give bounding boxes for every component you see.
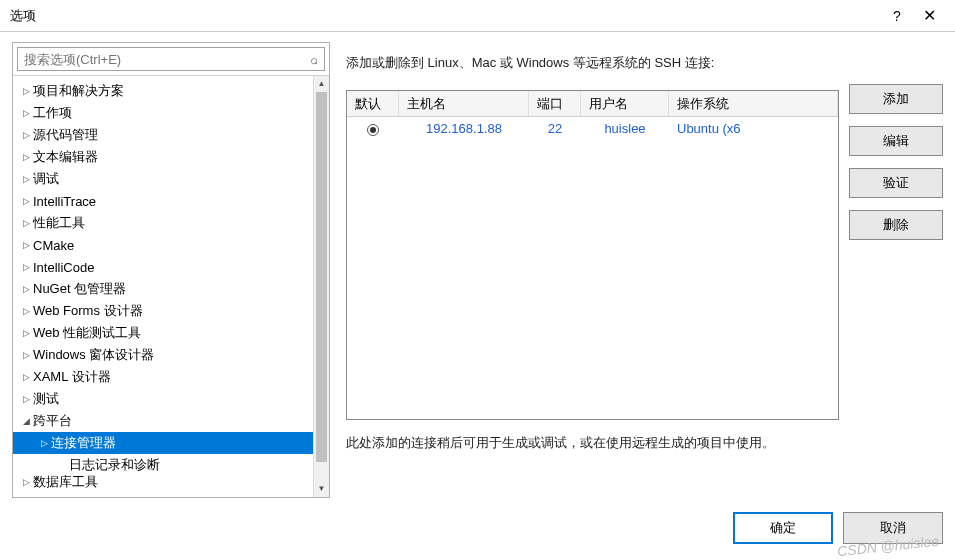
tree-item-label: 文本编辑器 — [33, 148, 98, 166]
tree-item-label: 项目和解决方案 — [33, 82, 124, 100]
table-row[interactable]: 192.168.1.88 22 huislee Ubuntu (x6 — [347, 117, 838, 143]
tree-item[interactable]: ▷工作项 — [13, 102, 329, 124]
tree-item[interactable]: ▷测试 — [13, 388, 329, 410]
scroll-up-icon[interactable]: ▲ — [314, 76, 329, 92]
tree-item-label: Web Forms 设计器 — [33, 302, 143, 320]
default-radio[interactable] — [347, 117, 399, 143]
tree-item[interactable]: ▷性能工具 — [13, 212, 329, 234]
chevron-right-icon: ▷ — [19, 240, 33, 250]
chevron-right-icon: ▷ — [19, 174, 33, 184]
tree-item[interactable]: ▷文本编辑器 — [13, 146, 329, 168]
col-default[interactable]: 默认 — [347, 91, 399, 116]
scroll-thumb[interactable] — [316, 92, 327, 462]
scrollbar[interactable]: ▲ ▼ — [313, 76, 329, 497]
tree-item[interactable]: ▷连接管理器 — [13, 432, 329, 454]
chevron-right-icon: ▷ — [19, 86, 33, 96]
delete-button[interactable]: 删除 — [849, 210, 943, 240]
chevron-down-icon: ◢ — [19, 416, 33, 426]
help-button[interactable]: ? — [881, 8, 913, 24]
search-box[interactable]: ⌕ — [17, 47, 325, 71]
tree-item-label: 跨平台 — [33, 412, 72, 430]
tree-item-label: NuGet 包管理器 — [33, 280, 126, 298]
col-host[interactable]: 主机名 — [399, 91, 529, 116]
description-bottom: 此处添加的连接稍后可用于生成或调试，或在使用远程生成的项目中使用。 — [346, 434, 839, 452]
footer: 确定 取消 — [0, 504, 955, 552]
tree-item[interactable]: ▷Web 性能测试工具 — [13, 322, 329, 344]
tree-item[interactable]: ▷数据库工具 — [13, 476, 329, 487]
chevron-right-icon: ▷ — [19, 262, 33, 272]
tree-item[interactable]: ▷Windows 窗体设计器 — [13, 344, 329, 366]
tree-item-label: XAML 设计器 — [33, 368, 111, 386]
tree-item-label: IntelliCode — [33, 260, 94, 275]
search-icon: ⌕ — [310, 52, 318, 67]
tree-item[interactable]: ▷NuGet 包管理器 — [13, 278, 329, 300]
tree-item[interactable]: ▷项目和解决方案 — [13, 80, 329, 102]
cancel-button[interactable]: 取消 — [843, 512, 943, 544]
cell-os: Ubuntu (x6 — [669, 117, 838, 143]
main-panel: 添加或删除到 Linux、Mac 或 Windows 等远程系统的 SSH 连接… — [346, 54, 839, 498]
titlebar: 选项 ? ✕ — [0, 0, 955, 32]
chevron-right-icon: ▷ — [19, 394, 33, 404]
add-button[interactable]: 添加 — [849, 84, 943, 114]
tree-item[interactable]: ▷调试 — [13, 168, 329, 190]
options-tree: ▷项目和解决方案▷工作项▷源代码管理▷文本编辑器▷调试▷IntelliTrace… — [13, 76, 329, 497]
chevron-right-icon: ▷ — [19, 284, 33, 294]
description-top: 添加或删除到 Linux、Mac 或 Windows 等远程系统的 SSH 连接… — [346, 54, 839, 72]
col-port[interactable]: 端口 — [529, 91, 581, 116]
tree-item[interactable]: ▷IntelliCode — [13, 256, 329, 278]
tree-item-label: 源代码管理 — [33, 126, 98, 144]
chevron-right-icon: ▷ — [19, 477, 33, 487]
action-buttons: 添加 编辑 验证 删除 — [849, 54, 943, 498]
tree-item-label: Web 性能测试工具 — [33, 324, 141, 342]
connections-table: 默认 主机名 端口 用户名 操作系统 192.168.1.88 22 huisl… — [346, 90, 839, 420]
tree-item-label: 测试 — [33, 390, 59, 408]
cell-host: 192.168.1.88 — [399, 117, 529, 143]
cell-user: huislee — [581, 117, 669, 143]
close-button[interactable]: ✕ — [913, 6, 945, 25]
tree-item[interactable]: ▷CMake — [13, 234, 329, 256]
chevron-right-icon: ▷ — [19, 152, 33, 162]
tree-item-label: IntelliTrace — [33, 194, 96, 209]
tree-item[interactable]: ▷源代码管理 — [13, 124, 329, 146]
tree-item-label: 数据库工具 — [33, 473, 98, 491]
tree-item-label: 性能工具 — [33, 214, 85, 232]
ok-button[interactable]: 确定 — [733, 512, 833, 544]
tree-item-label: Windows 窗体设计器 — [33, 346, 154, 364]
tree-item-label: 日志记录和诊断 — [69, 456, 160, 474]
chevron-right-icon: ▷ — [19, 306, 33, 316]
scroll-down-icon[interactable]: ▼ — [314, 481, 329, 497]
verify-button[interactable]: 验证 — [849, 168, 943, 198]
search-input[interactable] — [24, 52, 310, 67]
chevron-right-icon: ▷ — [19, 108, 33, 118]
chevron-right-icon: ▷ — [19, 350, 33, 360]
chevron-right-icon: ▷ — [19, 328, 33, 338]
sidebar: ⌕ ▷项目和解决方案▷工作项▷源代码管理▷文本编辑器▷调试▷IntelliTra… — [12, 42, 330, 498]
tree-item-label: 调试 — [33, 170, 59, 188]
tree-item[interactable]: ▷IntelliTrace — [13, 190, 329, 212]
tree-item-label: 工作项 — [33, 104, 72, 122]
tree-item-label: CMake — [33, 238, 74, 253]
edit-button[interactable]: 编辑 — [849, 126, 943, 156]
tree-item[interactable]: ▷Web Forms 设计器 — [13, 300, 329, 322]
col-os[interactable]: 操作系统 — [669, 91, 838, 116]
cell-port: 22 — [529, 117, 581, 143]
window-title: 选项 — [10, 7, 36, 25]
chevron-right-icon: ▷ — [19, 196, 33, 206]
table-header: 默认 主机名 端口 用户名 操作系统 — [347, 91, 838, 117]
tree-item[interactable]: ◢跨平台 — [13, 410, 329, 432]
tree-item[interactable]: ▷XAML 设计器 — [13, 366, 329, 388]
tree-item-label: 连接管理器 — [51, 434, 116, 452]
col-user[interactable]: 用户名 — [581, 91, 669, 116]
chevron-right-icon: ▷ — [19, 130, 33, 140]
chevron-right-icon: ▷ — [19, 218, 33, 228]
chevron-right-icon: ▷ — [37, 438, 51, 448]
chevron-right-icon: ▷ — [19, 372, 33, 382]
